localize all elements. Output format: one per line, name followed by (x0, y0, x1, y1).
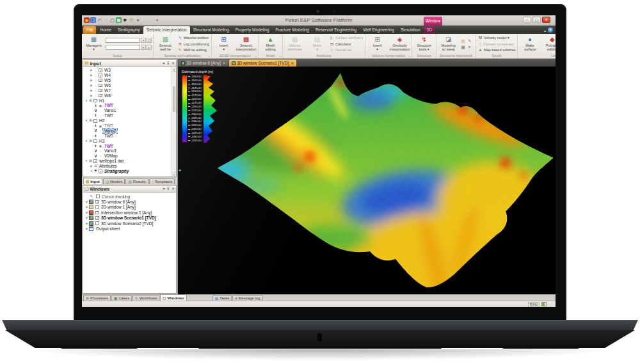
close-button[interactable]: ✕ (542, 17, 550, 23)
pane-tab-results[interactable]: ▥Results (125, 178, 148, 184)
combo-input[interactable] (106, 38, 140, 43)
windows-row-output-sheet[interactable]: ▶Output sheet (83, 226, 176, 231)
tree-row-welltops1-dat[interactable]: ▼▤✓welltops1.dat (83, 159, 176, 164)
checkbox[interactable] (95, 221, 100, 225)
ribbon-tab-fracture-modeling[interactable]: Fracture Modeling (273, 26, 312, 34)
checkbox[interactable]: ✓ (93, 159, 98, 163)
map-based-volumes-button[interactable]: ▲Map-based volumes (477, 47, 516, 53)
make-surface-button[interactable]: ●Makesurface (519, 35, 540, 53)
modeling-w-steep-button[interactable]: ◪Modelingw/ steep (438, 35, 459, 53)
tree-row-w4[interactable]: ▶¦✓W4 (83, 73, 176, 78)
terrain-3d-surface[interactable] (178, 67, 556, 294)
ribbon-tab-well-engineering[interactable]: Well Engineering (360, 26, 397, 34)
windows-panel-header[interactable]: ❑ Windows ▾⊽✕ (83, 186, 176, 193)
tree-row-twt[interactable]: t○TWT (83, 134, 176, 139)
polygon-editing-button[interactable]: ◆Polygonediting (541, 35, 556, 53)
close-icon[interactable]: ✕ (172, 60, 175, 67)
scroll-down-icon[interactable]: ▼ (172, 172, 176, 177)
radio[interactable]: ○ (98, 109, 103, 113)
tree-row-twt[interactable]: t◉TWT (83, 123, 176, 129)
checkbox[interactable] (95, 211, 100, 215)
tree-row-twt[interactable]: t◉TWT (83, 103, 176, 108)
checkbox[interactable] (95, 205, 100, 209)
tree-row-attributes[interactable]: ▶⊞Attributes (83, 164, 176, 169)
pin-icon[interactable]: ⊽ (167, 186, 170, 192)
geobody-interpretation-button[interactable]: ◈Geobodyinterpretation (389, 35, 410, 53)
ribbon-tab-home[interactable]: Home (97, 26, 114, 34)
windows-row-3d-window-scenario1-tvd[interactable]: ▶✓3D window Scenario1 [TVD] (83, 216, 176, 221)
checkbox[interactable]: ✓ (98, 68, 103, 72)
insert-button[interactable]: ⊞Insert ▾ (213, 35, 234, 53)
collapse-ribbon-icon[interactable]: ▴ (544, 28, 546, 33)
ribbon-tab-reservoir-engineering[interactable]: Reservoir Engineering (312, 26, 360, 34)
tree-row-w6[interactable]: ▶¦✓W6 (83, 83, 176, 88)
bottom-tab-windows[interactable]: ▢Windows (160, 294, 186, 301)
bottom-tab-cases[interactable]: ▣Cases (111, 295, 132, 301)
tree-row-vario3[interactable]: V○Vario3 (83, 148, 176, 154)
velocity-model-button[interactable]: MVelocity model ▾ (477, 35, 516, 41)
pane-tab-models[interactable]: ◫Models (103, 178, 125, 184)
ribbon-tab-property-modeling[interactable]: Property Modeling (232, 26, 273, 34)
inspector-icon[interactable]: ✱ (122, 17, 128, 23)
open-project-icon[interactable]: ◰ (129, 17, 134, 23)
checkbox[interactable]: ✓ (95, 200, 100, 204)
checkbox[interactable] (93, 99, 98, 103)
radio[interactable]: ○ (98, 129, 103, 133)
tree-row-vario1[interactable]: V○Vario1 (83, 108, 176, 113)
seismic-interpretation-button[interactable]: ▩Seismicinterpretation (236, 35, 257, 53)
checkbox[interactable] (95, 194, 100, 198)
volume-attributes-button[interactable]: ▨Volumeattributes (284, 35, 305, 53)
maximize-button[interactable]: ▢ (532, 17, 541, 23)
combo-dropdown-icon[interactable]: ▾ (141, 38, 146, 43)
insert-button[interactable]: ⊞Insert ▾ (367, 35, 388, 53)
ribbon-tab-3d[interactable]: 3D (424, 26, 435, 34)
checkbox[interactable]: ✓ (95, 216, 100, 220)
dialog-launcher-icon[interactable]: ⌄ (408, 54, 411, 58)
pencil-icon[interactable]: ✎ (467, 38, 472, 44)
viewport-tab-3d-window-scenario1-tvd[interactable]: 3D window Scenario1 [TVD]✕ (229, 59, 296, 67)
tree-row-w3[interactable]: ▶¦✓W3 (83, 68, 176, 73)
close-tab-icon[interactable]: ✕ (223, 61, 226, 65)
checkbox[interactable]: ✓ (98, 84, 103, 88)
tree-row-twt[interactable]: t○TWT (83, 113, 176, 118)
windows-row-cursor-tracking[interactable]: ▶↖Cursor tracking (83, 194, 176, 199)
managers-button[interactable]: ▦Managers ▾ (83, 35, 104, 53)
fault-grid-icon[interactable]: ▦ (460, 44, 466, 50)
checkbox[interactable]: ✓ (98, 79, 103, 83)
pane-tab-input[interactable]: ▤Input (83, 178, 102, 184)
tree-row-h3[interactable]: ▼⊕H3 (83, 138, 176, 143)
tree-row-v0map[interactable]: V○V0Map (83, 154, 176, 159)
structure-tools-button[interactable]: ↯Structuretools ▾ (413, 35, 435, 53)
radio[interactable]: ◉ (98, 124, 103, 128)
combo-input[interactable] (106, 45, 140, 50)
redo-icon[interactable]: ↷ (103, 17, 109, 23)
tree-row-h2[interactable]: ▼⊕H2 (83, 118, 176, 123)
customize-dropdown-icon[interactable]: ▾ (135, 17, 141, 23)
tree-row-w8[interactable]: ▶¦✓W8 (83, 93, 176, 98)
wavelet-toolbox-button[interactable]: ∿Wavelet toolbox (177, 35, 210, 41)
windows-row-2d-window-1-any[interactable]: ▶2D window 1 [Any] (83, 205, 176, 210)
more-dropdown-icon[interactable]: ▾ (154, 17, 160, 23)
mixer-button[interactable]: ▤Mixer ▾ (307, 35, 328, 53)
seismic-well-tie-button[interactable]: ▥Seismicwell tie (155, 35, 176, 53)
scroll-up-icon[interactable]: ▲ (172, 67, 176, 72)
ribbon-tab-file[interactable]: File (83, 26, 96, 34)
checkbox[interactable]: ✓ (98, 94, 103, 98)
well-tie-editing-button[interactable]: ✎Well tie editing (177, 47, 210, 53)
domain-conversion-button[interactable]: ⇅Domain conversion (477, 41, 516, 47)
undo-icon[interactable]: ↶ (97, 17, 102, 23)
close-tab-icon[interactable]: ✕ (291, 61, 294, 65)
bottom-tab-message-log[interactable]: ≡Message log (232, 295, 262, 301)
combo-dropdown-icon[interactable]: ▾ (141, 45, 146, 50)
dialog-launcher-icon[interactable]: ⌄ (208, 54, 211, 58)
combo-tool-icon[interactable]: ⊡ (147, 38, 152, 43)
neural-net-button[interactable]: ψNeural net (329, 47, 364, 53)
dialog-launcher-icon[interactable]: ⌄ (255, 54, 257, 58)
scrollbar[interactable]: ▲ ▼ (172, 67, 176, 177)
color-table-icon[interactable]: ▦ (116, 17, 122, 23)
recent-1-icon[interactable]: ○ (141, 17, 147, 23)
new-window-icon[interactable]: ▢ (109, 17, 115, 23)
bottom-tab-workflows[interactable]: ↻Workflows (132, 295, 159, 301)
mesh-editing-button[interactable]: ▲Meshediting (260, 35, 281, 53)
tree-row-h1[interactable]: ▼⊕H1 (83, 98, 176, 103)
